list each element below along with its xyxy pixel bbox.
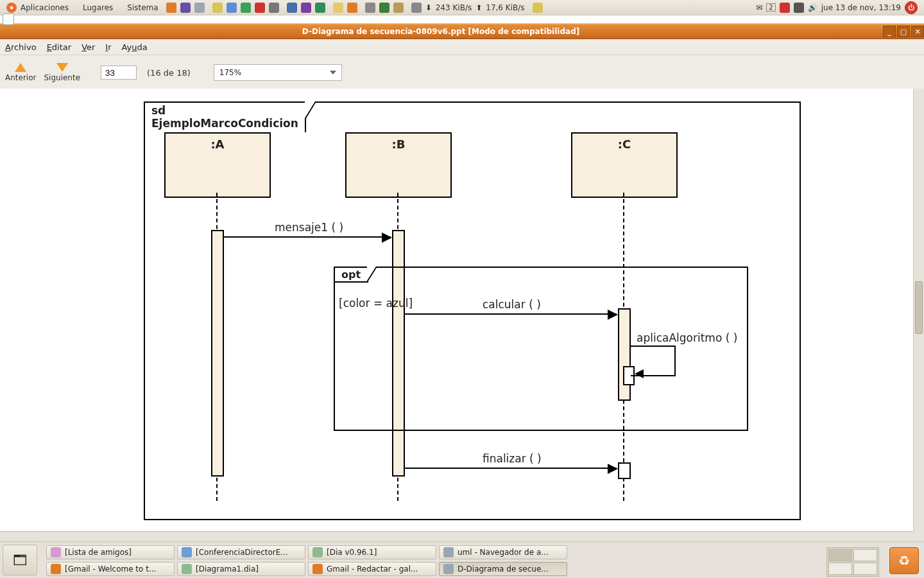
- message-algo-label: aplicaAlgoritmo ( ): [637, 331, 737, 344]
- mail-icon[interactable]: ✉: [756, 3, 762, 12]
- task-button[interactable]: Gmail - Redactar - gal...: [308, 562, 436, 576]
- task-label: uml - Navegador de a...: [458, 548, 549, 557]
- task-button[interactable]: uml - Navegador de a...: [439, 545, 567, 559]
- menu-edit[interactable]: Editar: [47, 42, 72, 52]
- arrowhead-icon: [608, 310, 618, 320]
- dia-icon: [312, 547, 323, 557]
- app-icon-10[interactable]: [347, 3, 357, 13]
- opt-frame-label: opt: [334, 267, 368, 283]
- message-finalizar-label: finalizar ( ): [483, 452, 542, 465]
- help-icon[interactable]: [194, 3, 205, 13]
- workspace-2[interactable]: [853, 549, 877, 561]
- uml-frame-title: sd EjemploMarcoCondicion: [144, 101, 306, 132]
- workspace-4[interactable]: [853, 563, 877, 575]
- page-number-input[interactable]: [101, 66, 137, 80]
- trash-button[interactable]: ♻: [889, 547, 919, 574]
- trash-icon: ♻: [898, 553, 910, 568]
- pidgin-icon: [51, 547, 61, 557]
- app-icon-5[interactable]: [269, 3, 279, 13]
- firefox-icon[interactable]: [166, 3, 176, 13]
- scrollbar-thumb[interactable]: [915, 281, 923, 334]
- zoom-value: 175%: [219, 68, 241, 77]
- sysmon-icon-3[interactable]: [393, 3, 404, 13]
- app-icon-3[interactable]: [241, 3, 251, 13]
- page-counter-label: (16 de 18): [147, 68, 191, 78]
- app-icon-1[interactable]: [212, 3, 223, 13]
- evince-icon: [443, 564, 454, 574]
- panel-menu-places[interactable]: Lugares: [83, 3, 113, 12]
- firefox-icon: [312, 564, 323, 574]
- task-button[interactable]: [Diagrama1.dia]: [177, 562, 305, 576]
- opt-frame: [334, 267, 748, 431]
- app-icon-9[interactable]: [333, 3, 343, 13]
- workspace-switcher[interactable]: [826, 547, 879, 577]
- activation-C2: [618, 462, 631, 479]
- document-viewport: sd EjemploMarcoCondicion :A :B :C mensaj…: [0, 89, 924, 541]
- vertical-scrollbar[interactable]: [913, 89, 924, 541]
- self-call-arrowhead-icon: [635, 369, 644, 378]
- task-button-active[interactable]: D-Diagrama de secue...: [439, 562, 567, 576]
- message-calcular-label: calcular ( ): [483, 298, 541, 311]
- ubuntu-logo-icon[interactable]: [6, 3, 17, 13]
- tray-icon-2[interactable]: [780, 3, 790, 13]
- task-button[interactable]: [Lista de amigos]: [46, 545, 175, 559]
- task-label: [ConferenciaDirectorE...: [196, 548, 288, 557]
- task-button[interactable]: [ConferenciaDirectorE...: [177, 545, 305, 559]
- horizontal-scrollbar[interactable]: [0, 531, 914, 541]
- activation-A: [211, 230, 224, 477]
- firefox-icon: [51, 564, 61, 574]
- tray-icon-3[interactable]: [794, 3, 804, 13]
- tray-icon-1[interactable]: [533, 3, 543, 13]
- task-label: [Diagrama1.dia]: [196, 565, 259, 574]
- task-button[interactable]: [Dia v0.96.1]: [308, 545, 436, 559]
- next-page-button[interactable]: Siguiente: [44, 63, 80, 82]
- prev-page-button[interactable]: Anterior: [5, 63, 36, 82]
- app-icon-2[interactable]: [227, 3, 237, 13]
- message-mensaje1-label: mensaje1 ( ): [275, 221, 343, 234]
- sysmon-icon-2[interactable]: [379, 3, 389, 13]
- power-icon[interactable]: ⏻: [905, 1, 918, 14]
- panel-menu-apps[interactable]: Aplicaciones: [21, 3, 69, 12]
- menu-view[interactable]: Ver: [81, 42, 95, 52]
- gnome-top-panel: Aplicaciones Lugares Sistema ⬇ 243 KiB/s…: [0, 0, 924, 15]
- app-icon-8[interactable]: [315, 3, 325, 13]
- arrowhead-icon: [608, 464, 618, 474]
- lifeline-head-B: :B: [345, 132, 452, 198]
- menu-help[interactable]: Ayuda: [122, 42, 148, 52]
- panel-menu-system[interactable]: Sistema: [127, 3, 158, 12]
- task-button[interactable]: [Gmail - Welcome to t...: [46, 562, 175, 576]
- zoom-select[interactable]: 175%: [214, 64, 342, 81]
- next-page-label: Siguiente: [44, 73, 80, 82]
- document-small-icon: [3, 13, 14, 25]
- arrowhead-icon: [382, 232, 392, 243]
- arrow-down-icon: [56, 63, 68, 72]
- message-mensaje1: [223, 236, 391, 238]
- desktop-icon: 🗔: [13, 552, 27, 568]
- workspace-3[interactable]: [828, 563, 852, 575]
- workspace-1[interactable]: [828, 549, 852, 561]
- window-frame-top: [0, 15, 924, 24]
- task-label: [Lista de amigos]: [65, 548, 132, 557]
- app-icon-6[interactable]: [287, 3, 297, 13]
- net-up-speed: 17,6 KiB/s: [486, 3, 524, 12]
- app-icon-4[interactable]: [255, 3, 265, 13]
- panel-clock[interactable]: jue 13 de nov, 13:19: [821, 3, 901, 12]
- app-toolbar: Anterior Siguiente (16 de 18) 175%: [0, 55, 924, 91]
- writer-icon: [182, 547, 192, 557]
- window-maximize-button[interactable]: ▢: [897, 26, 910, 37]
- menu-go[interactable]: Ir: [105, 42, 111, 52]
- evolution-icon[interactable]: [180, 3, 191, 13]
- show-desktop-button[interactable]: 🗔: [3, 545, 37, 575]
- window-title: D-Diagrama de secuencia-0809v6.ppt [Modo…: [0, 27, 882, 36]
- window-close-button[interactable]: ✕: [911, 26, 924, 37]
- sysmon-icon[interactable]: [365, 3, 375, 13]
- window-minimize-button[interactable]: _: [883, 26, 896, 37]
- net-icon[interactable]: [411, 3, 422, 13]
- app-icon-7[interactable]: [301, 3, 311, 13]
- sound-icon[interactable]: 🔊: [808, 3, 817, 12]
- window-titlebar[interactable]: D-Diagrama de secuencia-0809v6.ppt [Modo…: [0, 24, 924, 39]
- chevron-down-icon: [330, 71, 336, 74]
- menu-file[interactable]: Archivo: [5, 42, 37, 52]
- net-up-arrow-icon: ⬆: [475, 3, 482, 12]
- opt-guard: [color = azul]: [339, 297, 413, 310]
